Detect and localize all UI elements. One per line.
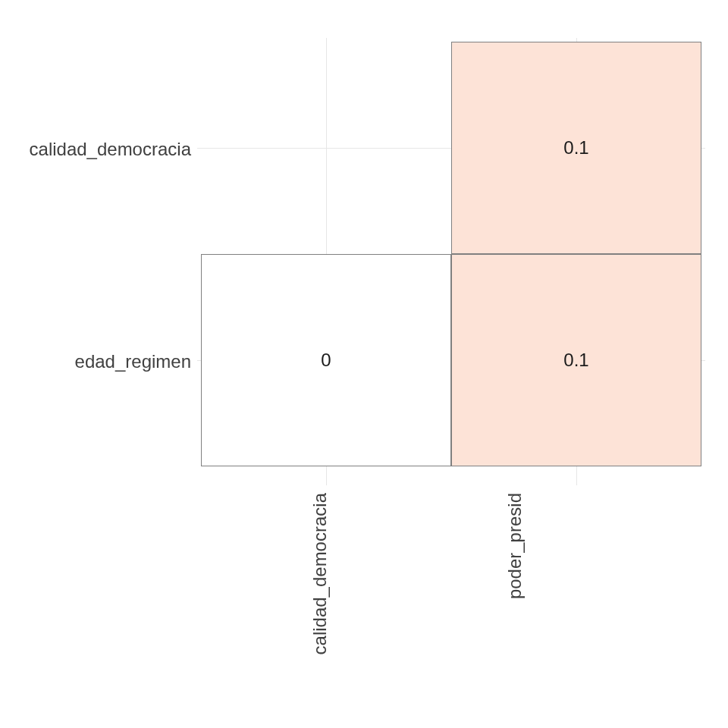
heatmap-plot: 0.1 0 0.1 (201, 42, 701, 466)
cell-value: 0 (321, 350, 331, 371)
cell-value: 0.1 (563, 137, 588, 158)
cell-calidad-democracia-poder-presid: 0.1 (451, 42, 701, 254)
cell-value: 0.1 (563, 350, 588, 371)
x-tick-label-left: calidad_democracia (309, 493, 331, 654)
cell-edad-regimen-calidad-democracia: 0 (201, 254, 451, 466)
cell-edad-regimen-poder-presid: 0.1 (451, 254, 701, 466)
y-tick-label-bottom: edad_regimen (9, 351, 191, 372)
x-tick-label-right: poder_presid (504, 493, 526, 599)
y-tick-label-top: calidad_democracia (9, 139, 191, 160)
